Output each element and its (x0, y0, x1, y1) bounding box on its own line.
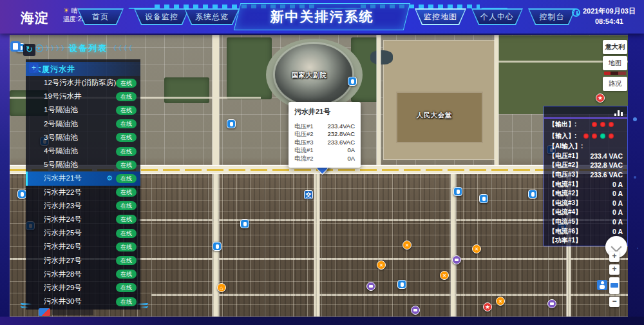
telemetry-row: 【电流#4】0 A (544, 208, 627, 217)
top-header-bar: 海淀 ☀ 晴 温度:22°C 首页 设备监控 系统总览 新中关排污系统 监控地图… (0, 0, 644, 34)
layer-option-0[interactable]: 意大利 (603, 40, 627, 54)
telemetry-label: 【电压#3】 (549, 170, 582, 179)
hotel-marker-icon[interactable] (411, 306, 420, 315)
device-list-item[interactable]: 污水井27号在线 (26, 253, 140, 267)
device-label: 污水井29号 (44, 283, 116, 293)
device-marker-icon[interactable] (240, 219, 249, 228)
online-status-badge: 在线 (116, 174, 137, 183)
bar-chart-icon[interactable] (614, 110, 623, 116)
map-label-great-hall: 人民大会堂 (417, 111, 452, 120)
map-zoom-control: + + − (609, 251, 620, 310)
device-list-item[interactable]: 12号污水井(消防泵房)在线 (26, 76, 140, 90)
food-marker-icon[interactable]: ✕ (440, 271, 449, 280)
online-status-badge: 在线 (116, 256, 137, 265)
sun-icon: ☀ (63, 6, 70, 14)
food-marker-icon[interactable]: ✕ (472, 244, 481, 253)
food-marker-icon[interactable]: ✕ (402, 241, 412, 250)
red-indicator-dot (592, 133, 597, 139)
device-list-item[interactable]: 3号隔油池在线 (26, 131, 140, 144)
food-marker-icon[interactable]: ✕ (496, 297, 505, 306)
device-list-item[interactable]: 19号污水井在线 (26, 90, 140, 103)
nav-console-button[interactable]: 控制台 (528, 8, 576, 25)
online-status-badge: 在线 (116, 270, 137, 279)
page-bottom-margin (0, 317, 644, 325)
device-list-panel: 大厦污水井 12号污水井(消防泵房)在线19号污水井在线1号隔油池在线2号隔油池… (26, 59, 140, 310)
device-list-item[interactable]: 污水井29号在线 (26, 281, 140, 295)
device-marker-icon[interactable] (348, 77, 357, 86)
zoom-minus-button[interactable]: − (609, 297, 620, 307)
online-status-badge: 在线 (116, 79, 137, 88)
device-marker-icon[interactable] (528, 190, 537, 199)
nav-home-button[interactable]: 首页 (77, 8, 124, 25)
online-status-badge: 在线 (116, 229, 137, 238)
telemetry-label: 【电流#4】 (549, 208, 582, 217)
nav-system-overview-button[interactable]: 系统总览 (184, 8, 240, 25)
panel-corner-deco (137, 303, 147, 310)
telemetry-value: 0 A (612, 190, 623, 197)
device-marker-icon[interactable] (213, 242, 222, 251)
page-title: 新中关排污系统 (237, 8, 407, 26)
telemetry-value: 0 A (612, 208, 623, 216)
document-icon[interactable] (10, 41, 21, 52)
device-marker-icon[interactable] (227, 119, 236, 128)
zoom-slider[interactable] (609, 277, 620, 294)
star-marker-icon[interactable]: ★ (483, 302, 492, 311)
zoom-plus-button[interactable]: + (609, 264, 620, 275)
device-list-item[interactable]: 污水井25号在线 (26, 226, 140, 240)
device-label: 污水井30号 (44, 297, 116, 306)
online-status-badge: 在线 (116, 201, 137, 210)
device-list-header: 》》》》 设备列表 《《《《 (26, 41, 140, 56)
device-list-item[interactable]: 2号隔油池在线 (26, 117, 140, 131)
home-marker-icon[interactable]: ⌂ (217, 283, 226, 292)
page-right-margin (628, 34, 644, 325)
device-list-item[interactable]: 5号隔油池在线 (26, 158, 140, 172)
telemetry-label: 【电流#2】 (549, 189, 582, 198)
zoom-in-icon[interactable]: + (29, 63, 39, 73)
telemetry-label: 【输出】: (549, 120, 576, 129)
popup-rows: 电压#1233.4VAC电压#2232.8VAC电压#3233.6VAC电流#1… (294, 123, 355, 162)
device-label: 污水井22号 (44, 188, 116, 197)
hotel-marker-icon[interactable] (452, 255, 461, 264)
device-list-item[interactable]: 污水井30号在线 (26, 295, 140, 308)
food-marker-icon[interactable]: ✕ (377, 261, 386, 270)
telemetry-label: 【AI输入】: (549, 142, 583, 151)
telemetry-panel: 【输出】:【输入】:【AI输入】:【电压#1】233.4 VAC【电压#2】23… (544, 106, 628, 246)
device-list-title: 设备列表 (69, 43, 108, 54)
popup-metric-label: 电压#1 (294, 123, 314, 130)
nav-monitor-map-button[interactable]: 监控地图 (415, 8, 466, 25)
device-marker-icon[interactable] (17, 190, 26, 199)
device-list-item[interactable]: 污水井26号在线 (26, 240, 140, 253)
device-marker-icon[interactable] (479, 194, 488, 203)
layer-option-map[interactable]: 地图 (603, 56, 627, 70)
satellite-map[interactable]: 国家大剧院 人民大会堂 交✕✕✕✕✕★★⌂ 污水井21号 电压#1233.4VA… (10, 35, 628, 317)
device-group-header[interactable]: 大厦污水井 (26, 62, 140, 76)
device-label: 12号污水井(消防泵房) (44, 78, 116, 88)
device-list-item[interactable]: 4号隔油池在线 (26, 144, 140, 158)
device-marker-icon[interactable] (397, 280, 406, 289)
indicator-dots (592, 122, 614, 127)
gear-icon[interactable]: ⚙ (106, 174, 113, 182)
device-list-item[interactable]: 污水井24号在线 (26, 213, 140, 226)
device-list-item[interactable]: 污水井22号在线 (26, 186, 140, 199)
hotel-marker-icon[interactable] (547, 299, 556, 308)
zoom-plus-button[interactable]: + (609, 251, 620, 262)
device-list-item[interactable]: 污水井23号在线 (26, 199, 140, 213)
nav-device-monitor-button[interactable]: 设备监控 (134, 8, 189, 25)
online-status-badge: 在线 (116, 119, 137, 128)
online-status-badge: 在线 (116, 215, 137, 224)
device-marker-icon[interactable] (453, 187, 462, 196)
nav-personal-center-button[interactable]: 个人中心 (471, 8, 523, 25)
bank-marker-icon[interactable]: 交 (304, 190, 313, 199)
device-list-item[interactable]: 1号隔油池在线 (26, 103, 140, 117)
device-list-item[interactable]: 污水井21号⚙在线 (26, 172, 140, 185)
star-marker-icon[interactable]: ★ (596, 94, 605, 103)
hotel-marker-icon[interactable] (366, 282, 375, 291)
popup-metric-label: 电压#3 (294, 139, 314, 146)
online-status-badge: 在线 (116, 297, 137, 306)
layer-option-traffic[interactable]: 路况 (603, 77, 627, 91)
region-label: 海淀 (21, 9, 49, 27)
telemetry-value: 232.8 VAC (590, 161, 623, 169)
popup-metric-value: 233.4VAC (327, 123, 355, 130)
streetview-pegman-icon[interactable] (597, 280, 607, 290)
device-list-item[interactable]: 污水井28号在线 (26, 268, 140, 281)
